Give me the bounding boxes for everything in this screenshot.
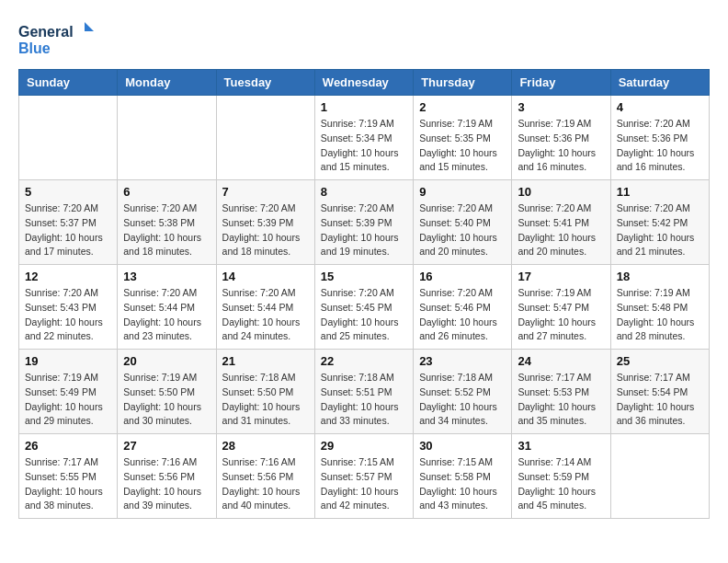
- weekday-header-saturday: Saturday: [610, 70, 709, 96]
- day-info: Sunrise: 7:18 AM Sunset: 5:52 PM Dayligh…: [419, 371, 506, 429]
- day-number: 13: [123, 270, 210, 283]
- calendar-cell: 21Sunrise: 7:18 AM Sunset: 5:50 PM Dayli…: [216, 350, 314, 434]
- day-info: Sunrise: 7:16 AM Sunset: 5:56 PM Dayligh…: [123, 455, 210, 513]
- day-info: Sunrise: 7:16 AM Sunset: 5:56 PM Dayligh…: [222, 455, 309, 513]
- day-number: 27: [123, 439, 210, 453]
- day-number: 15: [321, 270, 407, 283]
- svg-text:General: General: [18, 24, 74, 40]
- calendar-cell: 3Sunrise: 7:19 AM Sunset: 5:36 PM Daylig…: [512, 96, 610, 180]
- day-number: 1: [321, 100, 407, 114]
- calendar-cell: [610, 434, 709, 519]
- calendar-cell: [118, 96, 216, 180]
- day-number: 23: [419, 354, 506, 368]
- day-number: 12: [25, 270, 111, 283]
- day-info: Sunrise: 7:20 AM Sunset: 5:44 PM Dayligh…: [123, 286, 210, 344]
- day-info: Sunrise: 7:20 AM Sunset: 5:40 PM Dayligh…: [419, 201, 506, 259]
- day-number: 18: [617, 270, 703, 283]
- day-info: Sunrise: 7:17 AM Sunset: 5:55 PM Dayligh…: [25, 455, 111, 513]
- day-number: 10: [518, 185, 604, 199]
- weekday-header-sunday: Sunday: [19, 70, 118, 96]
- calendar-cell: 30Sunrise: 7:15 AM Sunset: 5:58 PM Dayli…: [414, 434, 512, 519]
- day-number: 29: [321, 439, 407, 453]
- calendar-cell: 2Sunrise: 7:19 AM Sunset: 5:35 PM Daylig…: [414, 96, 512, 180]
- calendar-cell: 5Sunrise: 7:20 AM Sunset: 5:37 PM Daylig…: [19, 180, 118, 265]
- day-info: Sunrise: 7:20 AM Sunset: 5:43 PM Dayligh…: [25, 286, 111, 344]
- calendar-cell: 22Sunrise: 7:18 AM Sunset: 5:51 PM Dayli…: [314, 350, 413, 434]
- calendar-cell: 11Sunrise: 7:20 AM Sunset: 5:42 PM Dayli…: [610, 180, 709, 265]
- day-number: 31: [518, 439, 604, 453]
- day-number: 20: [123, 354, 210, 368]
- day-info: Sunrise: 7:19 AM Sunset: 5:34 PM Dayligh…: [321, 117, 407, 175]
- day-number: 26: [25, 439, 111, 453]
- calendar-cell: 6Sunrise: 7:20 AM Sunset: 5:38 PM Daylig…: [118, 180, 216, 265]
- calendar-cell: 9Sunrise: 7:20 AM Sunset: 5:40 PM Daylig…: [414, 180, 512, 265]
- week-row-1: 1Sunrise: 7:19 AM Sunset: 5:34 PM Daylig…: [19, 96, 710, 180]
- calendar-cell: 28Sunrise: 7:16 AM Sunset: 5:56 PM Dayli…: [216, 434, 314, 519]
- week-row-4: 19Sunrise: 7:19 AM Sunset: 5:49 PM Dayli…: [19, 350, 710, 434]
- calendar-cell: 16Sunrise: 7:20 AM Sunset: 5:46 PM Dayli…: [414, 265, 512, 350]
- day-number: 19: [25, 354, 111, 368]
- day-info: Sunrise: 7:15 AM Sunset: 5:57 PM Dayligh…: [321, 455, 407, 513]
- weekday-header-monday: Monday: [118, 70, 216, 96]
- calendar-cell: 27Sunrise: 7:16 AM Sunset: 5:56 PM Dayli…: [118, 434, 216, 519]
- day-info: Sunrise: 7:19 AM Sunset: 5:36 PM Dayligh…: [518, 117, 604, 175]
- calendar-cell: 1Sunrise: 7:19 AM Sunset: 5:34 PM Daylig…: [314, 96, 413, 180]
- day-number: 17: [518, 270, 604, 283]
- week-row-3: 12Sunrise: 7:20 AM Sunset: 5:43 PM Dayli…: [19, 265, 710, 350]
- calendar-cell: 14Sunrise: 7:20 AM Sunset: 5:44 PM Dayli…: [216, 265, 314, 350]
- calendar-cell: 23Sunrise: 7:18 AM Sunset: 5:52 PM Dayli…: [414, 350, 512, 434]
- calendar-cell: 12Sunrise: 7:20 AM Sunset: 5:43 PM Dayli…: [19, 265, 118, 350]
- day-number: 8: [321, 185, 407, 199]
- day-number: 7: [222, 185, 309, 199]
- day-info: Sunrise: 7:19 AM Sunset: 5:50 PM Dayligh…: [123, 371, 210, 429]
- logo-svg: General Blue: [18, 18, 101, 60]
- calendar-cell: 15Sunrise: 7:20 AM Sunset: 5:45 PM Dayli…: [314, 265, 413, 350]
- calendar-cell: 18Sunrise: 7:19 AM Sunset: 5:48 PM Dayli…: [610, 265, 709, 350]
- day-info: Sunrise: 7:20 AM Sunset: 5:36 PM Dayligh…: [617, 117, 703, 175]
- calendar-cell: 17Sunrise: 7:19 AM Sunset: 5:47 PM Dayli…: [512, 265, 610, 350]
- day-number: 6: [123, 185, 210, 199]
- day-number: 3: [518, 100, 604, 114]
- day-number: 14: [222, 270, 309, 283]
- day-number: 24: [518, 354, 604, 368]
- calendar-cell: 4Sunrise: 7:20 AM Sunset: 5:36 PM Daylig…: [610, 96, 709, 180]
- calendar-cell: 24Sunrise: 7:17 AM Sunset: 5:53 PM Dayli…: [512, 350, 610, 434]
- day-number: 28: [222, 439, 309, 453]
- day-info: Sunrise: 7:20 AM Sunset: 5:46 PM Dayligh…: [419, 286, 506, 344]
- week-row-5: 26Sunrise: 7:17 AM Sunset: 5:55 PM Dayli…: [19, 434, 710, 519]
- day-info: Sunrise: 7:20 AM Sunset: 5:37 PM Dayligh…: [25, 201, 111, 259]
- calendar-cell: 20Sunrise: 7:19 AM Sunset: 5:50 PM Dayli…: [118, 350, 216, 434]
- calendar-cell: 25Sunrise: 7:17 AM Sunset: 5:54 PM Dayli…: [610, 350, 709, 434]
- calendar-cell: 26Sunrise: 7:17 AM Sunset: 5:55 PM Dayli…: [19, 434, 118, 519]
- calendar-cell: [19, 96, 118, 180]
- calendar-cell: 29Sunrise: 7:15 AM Sunset: 5:57 PM Dayli…: [314, 434, 413, 519]
- day-number: 16: [419, 270, 506, 283]
- logo-inner: General Blue: [18, 18, 101, 60]
- logo: General Blue: [18, 18, 101, 60]
- weekday-header-wednesday: Wednesday: [314, 70, 413, 96]
- day-info: Sunrise: 7:18 AM Sunset: 5:51 PM Dayligh…: [321, 371, 407, 429]
- day-info: Sunrise: 7:20 AM Sunset: 5:41 PM Dayligh…: [518, 201, 604, 259]
- day-info: Sunrise: 7:19 AM Sunset: 5:35 PM Dayligh…: [419, 117, 506, 175]
- calendar-table: SundayMondayTuesdayWednesdayThursdayFrid…: [18, 69, 710, 519]
- weekday-header-tuesday: Tuesday: [216, 70, 314, 96]
- week-row-2: 5Sunrise: 7:20 AM Sunset: 5:37 PM Daylig…: [19, 180, 710, 265]
- day-info: Sunrise: 7:14 AM Sunset: 5:59 PM Dayligh…: [518, 455, 604, 513]
- day-number: 11: [617, 185, 703, 199]
- calendar-cell: [216, 96, 314, 180]
- day-number: 22: [321, 354, 407, 368]
- day-info: Sunrise: 7:15 AM Sunset: 5:58 PM Dayligh…: [419, 455, 506, 513]
- page-header: General Blue: [18, 18, 710, 60]
- day-info: Sunrise: 7:17 AM Sunset: 5:53 PM Dayligh…: [518, 371, 604, 429]
- calendar-cell: 13Sunrise: 7:20 AM Sunset: 5:44 PM Dayli…: [118, 265, 216, 350]
- day-info: Sunrise: 7:19 AM Sunset: 5:49 PM Dayligh…: [25, 371, 111, 429]
- weekday-header-thursday: Thursday: [414, 70, 512, 96]
- day-number: 25: [617, 354, 703, 368]
- day-info: Sunrise: 7:19 AM Sunset: 5:47 PM Dayligh…: [518, 286, 604, 344]
- calendar-cell: 8Sunrise: 7:20 AM Sunset: 5:39 PM Daylig…: [314, 180, 413, 265]
- day-info: Sunrise: 7:20 AM Sunset: 5:42 PM Dayligh…: [617, 201, 703, 259]
- day-info: Sunrise: 7:20 AM Sunset: 5:44 PM Dayligh…: [222, 286, 309, 344]
- calendar-cell: 31Sunrise: 7:14 AM Sunset: 5:59 PM Dayli…: [512, 434, 610, 519]
- day-number: 5: [25, 185, 111, 199]
- weekday-header-row: SundayMondayTuesdayWednesdayThursdayFrid…: [19, 70, 710, 96]
